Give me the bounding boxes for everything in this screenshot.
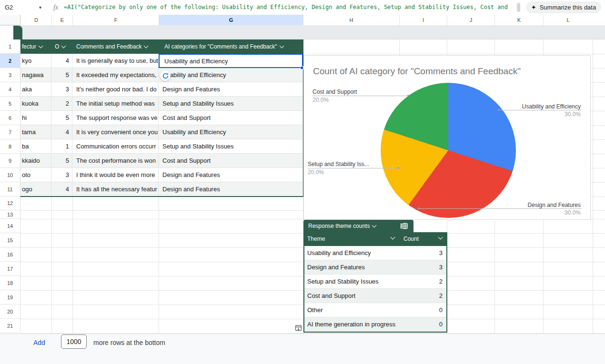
cell-reference-box[interactable]: G2: [5, 0, 13, 15]
column-header-I[interactable]: I: [399, 15, 447, 25]
summary-row-5[interactable]: Other0: [303, 303, 447, 317]
theme-column-header[interactable]: Theme: [307, 236, 325, 242]
cell-score-row7[interactable]: 4: [51, 125, 72, 139]
row-header-12[interactable]: 12: [0, 197, 20, 210]
cell-score-row4[interactable]: 3: [51, 82, 72, 97]
row-header-2[interactable]: 2: [0, 54, 20, 68]
cell-prefecture-row4[interactable]: aka: [20, 82, 51, 97]
cell-prefecture-row8[interactable]: ba: [20, 139, 51, 154]
cell-ai-category-row10[interactable]: Design and Features: [159, 168, 303, 182]
row-header-1[interactable]: 1: [0, 39, 20, 54]
row-header-9[interactable]: 9: [0, 154, 20, 168]
cell-comment-row6[interactable]: The support response was ve: [72, 111, 159, 125]
column-header-F[interactable]: F: [72, 15, 159, 25]
row-header-3[interactable]: 3: [0, 68, 20, 82]
summary-row-1[interactable]: Usability and Efficiency3: [303, 246, 447, 260]
name-box-dropdown-icon[interactable]: ▾: [39, 0, 41, 15]
row-header-16[interactable]: 16: [0, 247, 20, 262]
cell-comment-row8[interactable]: Communication errors occurr: [72, 139, 159, 154]
add-rows-button[interactable]: Add: [33, 339, 45, 346]
pie-chart-card[interactable]: Count of AI category for "Comments and F…: [303, 55, 591, 220]
fill-handle[interactable]: [300, 66, 303, 69]
summary-row-3[interactable]: Setup and Stability Issues2: [303, 275, 447, 289]
row-header-11[interactable]: 11: [0, 182, 20, 197]
selected-cell-G2[interactable]: Usability and Efficiency: [159, 54, 303, 68]
row-header-10[interactable]: 10: [0, 168, 20, 182]
cell-comment-row2[interactable]: It is generally easy to use, but: [72, 54, 159, 68]
count-cell[interactable]: 2: [439, 292, 443, 299]
cell-ai-category-row11[interactable]: Design and Features: [159, 182, 303, 197]
column-header-E[interactable]: E: [51, 15, 72, 25]
count-cell[interactable]: 0: [439, 306, 443, 314]
cell-score-row6[interactable]: 5: [51, 111, 72, 125]
row-header-4[interactable]: 4: [0, 82, 20, 97]
select-all-corner[interactable]: [0, 15, 20, 25]
row-header-15[interactable]: 15: [0, 233, 20, 247]
ai-refresh-button[interactable]: [160, 70, 171, 81]
chevron-down-icon[interactable]: [391, 235, 395, 240]
theme-cell[interactable]: Design and Features: [307, 264, 439, 271]
cell-comment-row10[interactable]: I think it would be even more: [72, 168, 159, 182]
column-header-J[interactable]: J: [447, 15, 494, 25]
cell-prefecture-row3[interactable]: nagawa: [20, 68, 51, 82]
row-header-13[interactable]: 13: [0, 210, 20, 219]
cell-ai-category-row8[interactable]: Setup and Stability Issues: [159, 139, 303, 154]
cell-score-row11[interactable]: 4: [51, 182, 72, 197]
cell-prefecture-row7[interactable]: tama: [20, 125, 51, 139]
cell-comment-row9[interactable]: The cost performance is won: [72, 154, 159, 168]
cell-score-row5[interactable]: 2: [51, 97, 72, 111]
chevron-down-icon[interactable]: [61, 43, 66, 48]
summarize-data-button[interactable]: ✦ Summarize this data: [526, 1, 601, 13]
rows-count-input[interactable]: [61, 334, 87, 349]
row-header-8[interactable]: 8: [0, 139, 20, 154]
column-header-L[interactable]: L: [543, 15, 593, 25]
column-header-D[interactable]: D: [20, 15, 51, 25]
row-header-17[interactable]: 17: [0, 262, 20, 276]
cell-score-row3[interactable]: 5: [51, 68, 72, 82]
cell-ai-category-row3[interactable]: Usability and Efficiency: [159, 68, 303, 82]
formula-input[interactable]: =AI("Categorize by only one of the follo…: [64, 0, 514, 15]
table-name-chip-fragment[interactable]: [13, 26, 22, 39]
row-header-20[interactable]: 20: [0, 305, 20, 319]
row-header-5[interactable]: 5: [0, 97, 20, 111]
theme-cell[interactable]: Setup and Stability Issues: [307, 278, 439, 285]
cell-score-row2[interactable]: 4: [51, 54, 72, 68]
count-cell[interactable]: 2: [439, 278, 443, 285]
summary-row-4[interactable]: Cost and Support2: [303, 289, 447, 303]
summary-row-2[interactable]: Design and Features3: [303, 260, 447, 275]
cell-prefecture-row11[interactable]: ogo: [20, 182, 51, 197]
chevron-down-icon[interactable]: [144, 43, 149, 48]
cell-comment-row4[interactable]: It's neither good nor bad. I do: [72, 82, 159, 97]
cell-comment-row5[interactable]: The initial setup method was: [72, 97, 159, 111]
cell-ai-category-row5[interactable]: Setup and Stability Issues: [159, 97, 303, 111]
table-column-header-2[interactable]: O: [51, 39, 72, 54]
chevron-down-icon[interactable]: [39, 43, 43, 48]
summary-row-6[interactable]: AI theme generation in progress0: [303, 317, 447, 332]
cell-ai-category-row7[interactable]: Usability and Efficiency: [159, 125, 303, 139]
cell-ai-category-row4[interactable]: Design and Features: [159, 82, 303, 97]
cell-score-row10[interactable]: 3: [51, 168, 72, 182]
table-column-header-1[interactable]: fectur: [20, 39, 51, 54]
table-column-header-4[interactable]: AI categories for "Comments and Feedback…: [159, 39, 303, 54]
theme-cell[interactable]: Other: [307, 306, 439, 314]
cell-comment-row7[interactable]: It is very convenient once you: [72, 125, 159, 139]
cell-ai-category-row6[interactable]: Cost and Support: [159, 111, 303, 125]
count-cell[interactable]: 3: [439, 264, 443, 271]
summary-table-grid-tab[interactable]: [394, 220, 413, 232]
column-header-H[interactable]: H: [303, 15, 399, 25]
cell-prefecture-row5[interactable]: kuoka: [20, 97, 51, 111]
cell-prefecture-row9[interactable]: kkaido: [20, 154, 51, 168]
cell-prefecture-row2[interactable]: kyo: [20, 54, 51, 68]
row-header-21[interactable]: 21: [0, 319, 20, 333]
count-column-header[interactable]: Count: [403, 236, 419, 242]
expand-table-button[interactable]: [294, 324, 302, 332]
theme-cell[interactable]: Usability and Efficiency: [307, 249, 439, 256]
cell-comment-row3[interactable]: It exceeded my expectations,: [72, 68, 159, 82]
cell-ai-category-row9[interactable]: Cost and Support: [159, 154, 303, 168]
row-header-18[interactable]: 18: [0, 276, 20, 290]
cell-prefecture-row6[interactable]: hi: [20, 111, 51, 125]
count-cell[interactable]: 3: [439, 249, 443, 256]
theme-cell[interactable]: Cost and Support: [307, 292, 439, 299]
theme-cell[interactable]: AI theme generation in progress: [307, 321, 439, 328]
column-header-K[interactable]: K: [494, 15, 543, 25]
